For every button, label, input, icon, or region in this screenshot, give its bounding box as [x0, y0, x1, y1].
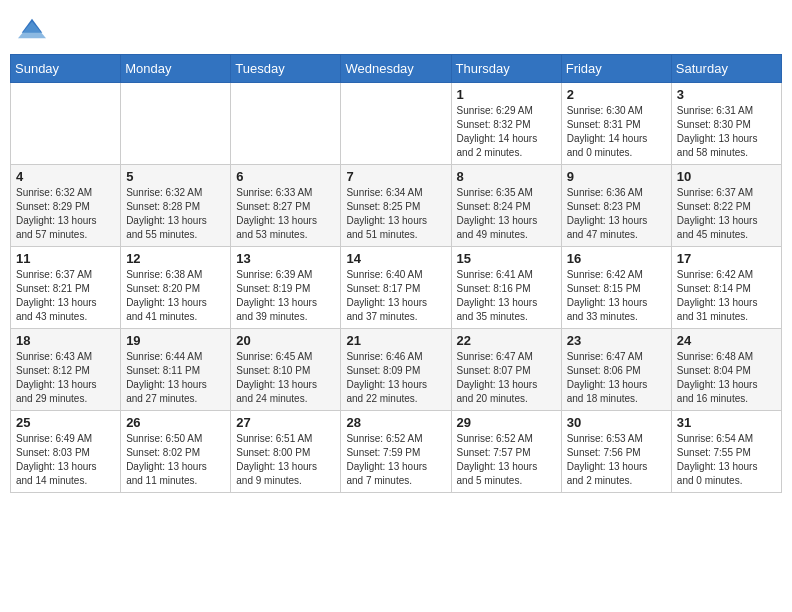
- day-of-week-header: Monday: [121, 55, 231, 83]
- calendar-cell: 30Sunrise: 6:53 AMSunset: 7:56 PMDayligh…: [561, 411, 671, 493]
- calendar-cell: 27Sunrise: 6:51 AMSunset: 8:00 PMDayligh…: [231, 411, 341, 493]
- calendar-cell: 2Sunrise: 6:30 AMSunset: 8:31 PMDaylight…: [561, 83, 671, 165]
- day-info: Sunrise: 6:47 AMSunset: 8:07 PMDaylight:…: [457, 350, 556, 406]
- calendar-cell: 20Sunrise: 6:45 AMSunset: 8:10 PMDayligh…: [231, 329, 341, 411]
- calendar-cell: 23Sunrise: 6:47 AMSunset: 8:06 PMDayligh…: [561, 329, 671, 411]
- day-number: 13: [236, 251, 335, 266]
- calendar-cell: 3Sunrise: 6:31 AMSunset: 8:30 PMDaylight…: [671, 83, 781, 165]
- day-info: Sunrise: 6:32 AMSunset: 8:29 PMDaylight:…: [16, 186, 115, 242]
- day-number: 8: [457, 169, 556, 184]
- day-of-week-header: Wednesday: [341, 55, 451, 83]
- day-number: 9: [567, 169, 666, 184]
- calendar-header-row: SundayMondayTuesdayWednesdayThursdayFrid…: [11, 55, 782, 83]
- calendar-cell: 8Sunrise: 6:35 AMSunset: 8:24 PMDaylight…: [451, 165, 561, 247]
- logo-icon: [18, 14, 46, 42]
- day-info: Sunrise: 6:50 AMSunset: 8:02 PMDaylight:…: [126, 432, 225, 488]
- day-info: Sunrise: 6:33 AMSunset: 8:27 PMDaylight:…: [236, 186, 335, 242]
- calendar-cell: [341, 83, 451, 165]
- day-number: 11: [16, 251, 115, 266]
- day-info: Sunrise: 6:43 AMSunset: 8:12 PMDaylight:…: [16, 350, 115, 406]
- day-number: 4: [16, 169, 115, 184]
- day-number: 18: [16, 333, 115, 348]
- day-info: Sunrise: 6:34 AMSunset: 8:25 PMDaylight:…: [346, 186, 445, 242]
- calendar-cell: 25Sunrise: 6:49 AMSunset: 8:03 PMDayligh…: [11, 411, 121, 493]
- day-info: Sunrise: 6:53 AMSunset: 7:56 PMDaylight:…: [567, 432, 666, 488]
- calendar-cell: 29Sunrise: 6:52 AMSunset: 7:57 PMDayligh…: [451, 411, 561, 493]
- day-number: 5: [126, 169, 225, 184]
- calendar-cell: 21Sunrise: 6:46 AMSunset: 8:09 PMDayligh…: [341, 329, 451, 411]
- calendar-cell: 24Sunrise: 6:48 AMSunset: 8:04 PMDayligh…: [671, 329, 781, 411]
- logo: [16, 14, 46, 42]
- day-info: Sunrise: 6:52 AMSunset: 7:59 PMDaylight:…: [346, 432, 445, 488]
- day-info: Sunrise: 6:47 AMSunset: 8:06 PMDaylight:…: [567, 350, 666, 406]
- day-number: 20: [236, 333, 335, 348]
- calendar-cell: 10Sunrise: 6:37 AMSunset: 8:22 PMDayligh…: [671, 165, 781, 247]
- calendar-cell: 11Sunrise: 6:37 AMSunset: 8:21 PMDayligh…: [11, 247, 121, 329]
- day-info: Sunrise: 6:54 AMSunset: 7:55 PMDaylight:…: [677, 432, 776, 488]
- calendar-cell: 14Sunrise: 6:40 AMSunset: 8:17 PMDayligh…: [341, 247, 451, 329]
- calendar-cell: 26Sunrise: 6:50 AMSunset: 8:02 PMDayligh…: [121, 411, 231, 493]
- day-of-week-header: Friday: [561, 55, 671, 83]
- calendar-cell: [231, 83, 341, 165]
- svg-marker-1: [18, 21, 46, 38]
- day-info: Sunrise: 6:45 AMSunset: 8:10 PMDaylight:…: [236, 350, 335, 406]
- day-number: 22: [457, 333, 556, 348]
- calendar-cell: [121, 83, 231, 165]
- day-number: 21: [346, 333, 445, 348]
- calendar-week-row: 1Sunrise: 6:29 AMSunset: 8:32 PMDaylight…: [11, 83, 782, 165]
- calendar-cell: 7Sunrise: 6:34 AMSunset: 8:25 PMDaylight…: [341, 165, 451, 247]
- day-number: 15: [457, 251, 556, 266]
- day-number: 26: [126, 415, 225, 430]
- day-info: Sunrise: 6:35 AMSunset: 8:24 PMDaylight:…: [457, 186, 556, 242]
- day-number: 30: [567, 415, 666, 430]
- calendar-cell: 19Sunrise: 6:44 AMSunset: 8:11 PMDayligh…: [121, 329, 231, 411]
- calendar-cell: 28Sunrise: 6:52 AMSunset: 7:59 PMDayligh…: [341, 411, 451, 493]
- day-info: Sunrise: 6:51 AMSunset: 8:00 PMDaylight:…: [236, 432, 335, 488]
- calendar-cell: 15Sunrise: 6:41 AMSunset: 8:16 PMDayligh…: [451, 247, 561, 329]
- day-info: Sunrise: 6:29 AMSunset: 8:32 PMDaylight:…: [457, 104, 556, 160]
- calendar-cell: 18Sunrise: 6:43 AMSunset: 8:12 PMDayligh…: [11, 329, 121, 411]
- day-info: Sunrise: 6:49 AMSunset: 8:03 PMDaylight:…: [16, 432, 115, 488]
- day-info: Sunrise: 6:42 AMSunset: 8:15 PMDaylight:…: [567, 268, 666, 324]
- day-number: 2: [567, 87, 666, 102]
- day-number: 19: [126, 333, 225, 348]
- calendar-cell: 12Sunrise: 6:38 AMSunset: 8:20 PMDayligh…: [121, 247, 231, 329]
- calendar-cell: 31Sunrise: 6:54 AMSunset: 7:55 PMDayligh…: [671, 411, 781, 493]
- day-info: Sunrise: 6:46 AMSunset: 8:09 PMDaylight:…: [346, 350, 445, 406]
- calendar-table: SundayMondayTuesdayWednesdayThursdayFrid…: [10, 54, 782, 493]
- day-info: Sunrise: 6:38 AMSunset: 8:20 PMDaylight:…: [126, 268, 225, 324]
- calendar-week-row: 11Sunrise: 6:37 AMSunset: 8:21 PMDayligh…: [11, 247, 782, 329]
- day-info: Sunrise: 6:40 AMSunset: 8:17 PMDaylight:…: [346, 268, 445, 324]
- day-number: 31: [677, 415, 776, 430]
- calendar-cell: 5Sunrise: 6:32 AMSunset: 8:28 PMDaylight…: [121, 165, 231, 247]
- day-number: 17: [677, 251, 776, 266]
- day-info: Sunrise: 6:48 AMSunset: 8:04 PMDaylight:…: [677, 350, 776, 406]
- calendar-cell: 6Sunrise: 6:33 AMSunset: 8:27 PMDaylight…: [231, 165, 341, 247]
- day-number: 28: [346, 415, 445, 430]
- day-number: 12: [126, 251, 225, 266]
- day-of-week-header: Tuesday: [231, 55, 341, 83]
- day-number: 1: [457, 87, 556, 102]
- calendar-cell: 13Sunrise: 6:39 AMSunset: 8:19 PMDayligh…: [231, 247, 341, 329]
- day-info: Sunrise: 6:30 AMSunset: 8:31 PMDaylight:…: [567, 104, 666, 160]
- calendar-cell: 22Sunrise: 6:47 AMSunset: 8:07 PMDayligh…: [451, 329, 561, 411]
- day-of-week-header: Sunday: [11, 55, 121, 83]
- day-number: 27: [236, 415, 335, 430]
- day-number: 23: [567, 333, 666, 348]
- day-number: 14: [346, 251, 445, 266]
- day-info: Sunrise: 6:41 AMSunset: 8:16 PMDaylight:…: [457, 268, 556, 324]
- day-info: Sunrise: 6:36 AMSunset: 8:23 PMDaylight:…: [567, 186, 666, 242]
- day-number: 6: [236, 169, 335, 184]
- day-number: 24: [677, 333, 776, 348]
- day-info: Sunrise: 6:52 AMSunset: 7:57 PMDaylight:…: [457, 432, 556, 488]
- calendar-week-row: 18Sunrise: 6:43 AMSunset: 8:12 PMDayligh…: [11, 329, 782, 411]
- day-info: Sunrise: 6:44 AMSunset: 8:11 PMDaylight:…: [126, 350, 225, 406]
- day-number: 16: [567, 251, 666, 266]
- calendar-cell: 4Sunrise: 6:32 AMSunset: 8:29 PMDaylight…: [11, 165, 121, 247]
- day-number: 29: [457, 415, 556, 430]
- day-info: Sunrise: 6:37 AMSunset: 8:21 PMDaylight:…: [16, 268, 115, 324]
- day-info: Sunrise: 6:39 AMSunset: 8:19 PMDaylight:…: [236, 268, 335, 324]
- calendar-cell: 17Sunrise: 6:42 AMSunset: 8:14 PMDayligh…: [671, 247, 781, 329]
- day-number: 25: [16, 415, 115, 430]
- calendar-cell: 9Sunrise: 6:36 AMSunset: 8:23 PMDaylight…: [561, 165, 671, 247]
